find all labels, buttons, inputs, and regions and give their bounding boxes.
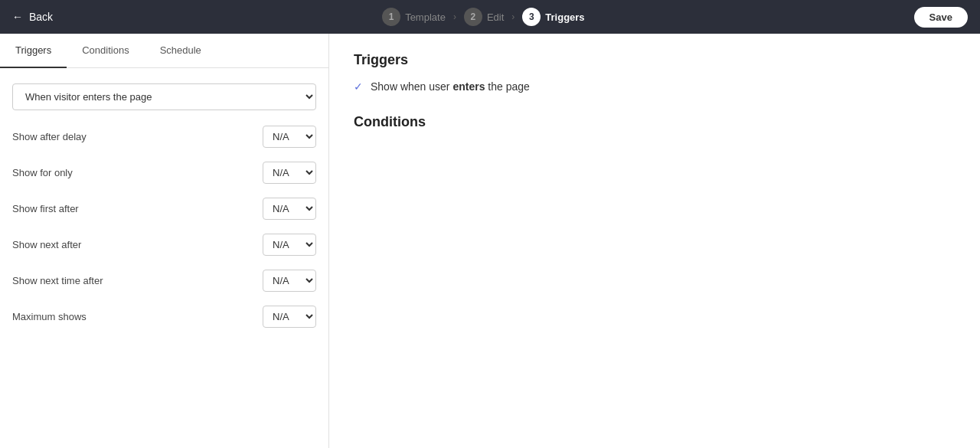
trigger-select[interactable]: When visitor enters the page	[12, 83, 316, 110]
step-2-num: 2	[464, 8, 482, 26]
step-3: 3 Triggers	[522, 8, 584, 26]
main-layout: Triggers Conditions Schedule When visito…	[0, 34, 980, 448]
step-1: 1 Template	[382, 8, 446, 26]
field-label-show_first_after: Show first after	[12, 203, 79, 214]
triggers-section-title: Triggers	[354, 52, 956, 68]
field-row-show_for_only: Show for onlyN/A	[12, 162, 316, 184]
field-select-maximum_shows[interactable]: N/A	[263, 306, 316, 328]
tab-schedule[interactable]: Schedule	[145, 34, 217, 68]
back-label: Back	[29, 11, 53, 23]
chevron-icon-1: ›	[453, 11, 456, 22]
field-row-show_first_after: Show first afterN/A	[12, 198, 316, 220]
field-select-show_next_time_after[interactable]: N/A	[263, 270, 316, 292]
field-select-show_first_after[interactable]: N/A	[263, 198, 316, 220]
header: ← Back 1 Template › 2 Edit › 3 Triggers …	[0, 0, 980, 34]
save-button[interactable]: Save	[914, 7, 968, 28]
field-label-show_for_only: Show for only	[12, 167, 73, 178]
step-3-label: Triggers	[545, 11, 584, 23]
right-panel: Triggers ✓ Show when user enters the pag…	[329, 34, 980, 448]
field-label-maximum_shows: Maximum shows	[12, 311, 87, 322]
trigger-description: Show when user enters the page	[371, 80, 530, 93]
step-1-label: Template	[405, 11, 446, 23]
back-arrow-icon: ←	[12, 11, 23, 23]
field-row-show_after_delay: Show after delayN/A	[12, 126, 316, 148]
field-select-show_for_only[interactable]: N/A	[263, 162, 316, 184]
fields-container: Show after delayN/AShow for onlyN/AShow …	[12, 126, 316, 328]
trigger-select-wrapper: When visitor enters the page	[12, 83, 316, 110]
step-1-num: 1	[382, 8, 400, 26]
chevron-icon-2: ›	[511, 11, 514, 22]
step-indicators: 1 Template › 2 Edit › 3 Triggers	[382, 8, 584, 26]
check-icon: ✓	[354, 80, 363, 93]
left-panel: Triggers Conditions Schedule When visito…	[0, 34, 329, 448]
step-2-label: Edit	[487, 11, 504, 23]
field-select-show_next_after[interactable]: N/A	[263, 234, 316, 256]
field-label-show_next_after: Show next after	[12, 239, 81, 250]
panel-content: When visitor enters the page Show after …	[0, 68, 328, 448]
tab-conditions[interactable]: Conditions	[67, 34, 144, 68]
field-row-maximum_shows: Maximum showsN/A	[12, 306, 316, 328]
field-row-show_next_after: Show next afterN/A	[12, 234, 316, 256]
field-select-show_after_delay[interactable]: N/A	[263, 126, 316, 148]
step-2: 2 Edit	[464, 8, 504, 26]
field-label-show_next_time_after: Show next time after	[12, 275, 103, 286]
conditions-section-title: Conditions	[354, 114, 956, 130]
step-3-num: 3	[522, 8, 541, 26]
back-button[interactable]: ← Back	[12, 11, 53, 23]
trigger-item: ✓ Show when user enters the page	[354, 80, 956, 93]
field-label-show_after_delay: Show after delay	[12, 131, 87, 142]
tab-triggers[interactable]: Triggers	[0, 34, 67, 68]
tab-bar: Triggers Conditions Schedule	[0, 34, 328, 68]
field-row-show_next_time_after: Show next time afterN/A	[12, 270, 316, 292]
